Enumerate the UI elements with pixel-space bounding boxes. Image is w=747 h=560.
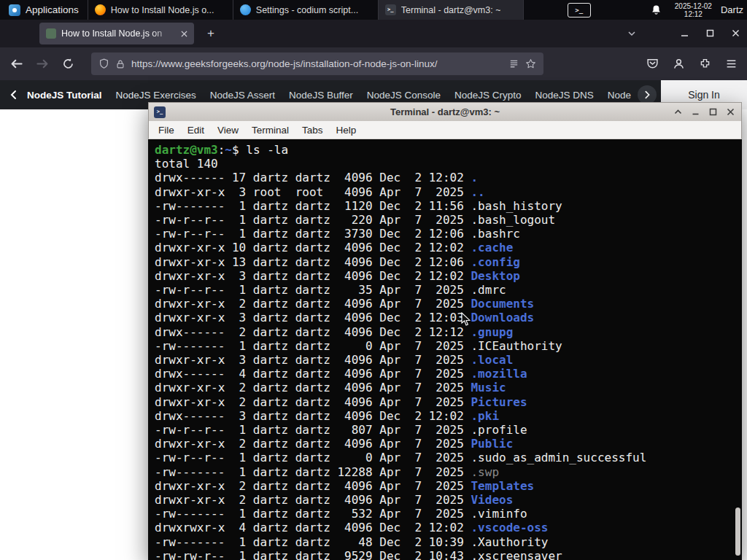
taskbar-window-list: How to Install Node.js o...Settings - co… xyxy=(88,0,524,20)
file-meta: drwxr-xr-x 3 dartz dartz 4096 Apr 7 2025 xyxy=(155,353,471,367)
site-nav-item-nodejs-buffer[interactable]: NodeJS Buffer xyxy=(289,90,353,101)
forward-button[interactable] xyxy=(36,57,50,71)
url-text[interactable]: https://www.geeksforgeeks.org/node-js/in… xyxy=(131,58,503,69)
url-bar[interactable]: https://www.geeksforgeeks.org/node-js/in… xyxy=(91,52,543,75)
browser-close-icon[interactable] xyxy=(731,28,740,38)
file-name: . xyxy=(471,171,478,184)
sign-in-button[interactable]: Sign In xyxy=(688,89,720,101)
terminal-icon: >_ xyxy=(385,4,396,15)
terminal-close-icon[interactable] xyxy=(726,107,735,117)
account-icon[interactable] xyxy=(673,58,685,70)
terminal-menu-help[interactable]: Help xyxy=(330,125,363,136)
taskbar-window-label: Settings - codium script... xyxy=(256,5,358,15)
file-meta: drwx------ 2 dartz dartz 4096 Dec 2 12:1… xyxy=(155,325,471,339)
terminal-menu-file[interactable]: File xyxy=(152,125,181,136)
prompt-segment: $ xyxy=(232,143,246,157)
terminal-minimize-icon[interactable] xyxy=(691,107,700,117)
bookmark-star-icon[interactable] xyxy=(525,58,536,69)
file-meta: -rw-r--r-- 1 dartz dartz 35 Apr 7 2025 xyxy=(155,283,471,297)
file-meta: drwx------ 17 dartz dartz 4096 Dec 2 12:… xyxy=(155,171,471,184)
terminal-maximize-icon[interactable] xyxy=(708,107,718,117)
pocket-icon[interactable] xyxy=(646,58,659,70)
file-meta: -rw------- 1 dartz dartz 1120 Dec 2 11:5… xyxy=(155,199,471,213)
terminal-menu-tabs[interactable]: Tabs xyxy=(295,125,330,136)
terminal-titlebar[interactable]: >_ Terminal - dartz@vm3: ~ xyxy=(148,102,742,121)
site-nav-item-active[interactable]: NodeJS Tutorial xyxy=(27,90,102,101)
terminal-scrollbar[interactable] xyxy=(734,139,742,560)
notification-bell-icon[interactable] xyxy=(651,4,662,15)
site-nav-item-nodejs-crypto[interactable]: NodeJS Crypto xyxy=(454,90,522,101)
terminal-shade-icon[interactable] xyxy=(673,107,683,117)
browser-tab[interactable]: How to Install Node.js on xyxy=(39,23,194,44)
file-name: .viminfo xyxy=(471,507,527,521)
top-panel: Applications How to Install Node.js o...… xyxy=(0,0,747,20)
terminal-menu-edit[interactable]: Edit xyxy=(181,125,211,136)
reload-button[interactable] xyxy=(62,58,74,70)
file-meta: drwxr-xr-x 13 dartz dartz 4096 Dec 2 12:… xyxy=(155,255,471,269)
terminal-menu-terminal[interactable]: Terminal xyxy=(245,125,295,136)
extensions-puzzle-icon[interactable] xyxy=(699,58,711,70)
file-name: .config xyxy=(471,255,519,269)
tab-close-icon[interactable] xyxy=(181,31,187,37)
file-name: Documents xyxy=(471,297,534,311)
reader-mode-icon[interactable] xyxy=(508,58,519,69)
site-nav-item-nodejs-assert[interactable]: NodeJS Assert xyxy=(210,90,275,101)
file-name: .sudo_as_admin_successful xyxy=(471,451,646,464)
browser-tab-bar: How to Install Node.js on + xyxy=(0,20,747,47)
file-meta: drwxr-xr-x 2 dartz dartz 4096 Apr 7 2025 xyxy=(155,437,471,451)
terminal-total-line: total 140 xyxy=(155,157,732,171)
back-button[interactable] xyxy=(9,57,23,71)
file-name: .pki xyxy=(471,409,499,423)
new-tab-button[interactable]: + xyxy=(207,26,214,40)
browser-maximize-icon[interactable] xyxy=(705,28,715,38)
taskbar-window-terminal[interactable]: >_Terminal - dartz@vm3: ~ xyxy=(379,0,524,20)
file-meta: -rw-r--r-- 1 dartz dartz 807 Apr 7 2025 xyxy=(155,423,471,437)
site-nav-item-node[interactable]: Node xyxy=(608,90,631,101)
file-meta: -rw-r--r-- 1 dartz dartz 220 Apr 7 2025 xyxy=(155,213,471,227)
site-nav-item-nodejs-exercises[interactable]: NodeJS Exercises xyxy=(116,90,196,101)
file-meta: drwxrwxr-x 4 dartz dartz 4096 Dec 2 12:0… xyxy=(155,521,471,534)
terminal-output-line: -rw-rw-r-- 1 dartz dartz 9529 Dec 2 10:4… xyxy=(155,549,732,560)
file-name: Desktop xyxy=(471,269,519,283)
lock-icon[interactable] xyxy=(115,59,125,69)
terminal-scrollbar-thumb[interactable] xyxy=(735,508,740,556)
terminal-output-line: drwxrwxr-x 4 dartz dartz 4096 Dec 2 12:0… xyxy=(155,521,732,534)
site-nav-item-list: NodeJS ExercisesNodeJS AssertNodeJS Buff… xyxy=(116,90,632,101)
taskbar-window-label: How to Install Node.js o... xyxy=(111,5,214,15)
tray-terminal-icon[interactable]: >_ xyxy=(568,3,591,18)
hamburger-menu-icon[interactable] xyxy=(725,58,738,70)
file-meta: drwxr-xr-x 3 root root 4096 Apr 7 2025 xyxy=(155,185,471,199)
applications-menu[interactable]: Applications xyxy=(0,0,88,20)
taskbar-window-firefox[interactable]: How to Install Node.js o... xyxy=(88,0,233,20)
nav-scroll-left-icon[interactable] xyxy=(9,90,19,100)
terminal-output-line: drwxr-xr-x 3 dartz dartz 4096 Dec 2 12:0… xyxy=(155,311,732,324)
terminal-output-line: drwx------ 2 dartz dartz 4096 Dec 2 12:1… xyxy=(155,325,732,339)
user-label: Dartz xyxy=(721,4,747,15)
shield-icon[interactable] xyxy=(98,58,109,69)
terminal-output[interactable]: dartz@vm3:~$ ls -la total 140 drwx------… xyxy=(148,139,742,560)
terminal-window-controls xyxy=(673,107,735,117)
list-tabs-chevron-icon[interactable] xyxy=(627,29,636,38)
terminal-menu-view[interactable]: View xyxy=(211,125,245,136)
terminal-window: >_ Terminal - dartz@vm3: ~ FileEditViewT… xyxy=(148,102,742,560)
browser-toolbar: https://www.geeksforgeeks.org/node-js/in… xyxy=(0,47,747,80)
site-nav-item-nodejs-console[interactable]: NodeJS Console xyxy=(367,90,441,101)
file-name: .. xyxy=(471,185,484,199)
applications-label: Applications xyxy=(26,4,79,15)
browser-minimize-icon[interactable] xyxy=(680,28,689,38)
file-name: .mozilla xyxy=(471,367,527,381)
site-nav-item-nodejs-dns[interactable]: NodeJS DNS xyxy=(535,90,594,101)
file-name: .vscode-oss xyxy=(471,521,548,534)
prompt-segment: dartz@vm3 xyxy=(155,143,218,157)
terminal-prompt-line: dartz@vm3:~$ ls -la xyxy=(155,143,732,157)
clock[interactable]: 2025-12-02 12:12 xyxy=(675,2,712,18)
browser-window-controls xyxy=(680,28,740,38)
file-name: .ICEauthority xyxy=(471,339,562,353)
taskbar-window-codium[interactable]: Settings - codium script... xyxy=(233,0,379,20)
file-name: Music xyxy=(471,381,506,394)
file-name: Videos xyxy=(471,493,513,507)
prompt-segment: ~ xyxy=(225,143,232,157)
tab-favicon-icon xyxy=(46,28,56,39)
terminal-output-line: drwxr-xr-x 3 dartz dartz 4096 Apr 7 2025… xyxy=(155,353,732,367)
file-meta: -rw------- 1 dartz dartz 0 Apr 7 2025 xyxy=(155,339,471,353)
